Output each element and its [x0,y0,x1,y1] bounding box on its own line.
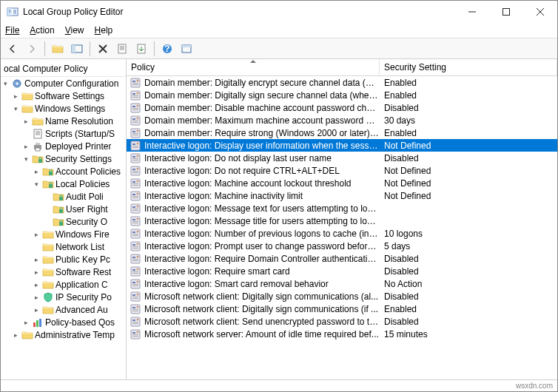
policy-row[interactable]: Interactive logon: Message title for use… [127,214,557,227]
policy-row[interactable]: Domain member: Digitally encrypt secure … [127,76,557,89]
expand-toggle-icon[interactable]: ▾ [11,105,20,112]
column-policy[interactable]: Policy [127,59,380,75]
policy-row[interactable]: Interactive logon: Smart card removal be… [127,277,557,290]
tree-panel: ocal Computer Policy ▾Computer Configura… [1,59,127,379]
tree-item[interactable]: Security O [1,215,126,228]
tree-header[interactable]: ocal Computer Policy [1,61,126,77]
policy-row[interactable]: Domain member: Require strong (Windows 2… [127,126,557,139]
tree-item-label: Scripts (Startup/S [45,129,115,139]
policy-icon [130,102,141,114]
maximize-button[interactable] [489,1,523,23]
up-button[interactable] [49,40,67,58]
policy-row[interactable]: Microsoft network client: Digitally sign… [127,290,557,303]
properties-button[interactable] [113,40,131,58]
expand-toggle-icon[interactable]: ▸ [32,168,41,175]
minimize-button[interactable] [455,1,489,23]
policy-row[interactable]: Microsoft network client: Send unencrypt… [127,315,557,328]
tree-item-label: Software Rest [56,267,111,277]
policy-cell: Interactive logon: Number of previous lo… [127,228,380,240]
setting-cell: Not Defined [380,166,557,176]
tree-item[interactable]: ▸Public Key Pc [1,253,126,266]
tree-item[interactable]: ▸Policy-based Qos [1,316,126,328]
tree-item-label: Deployed Printer [45,141,111,152]
policy-row[interactable]: Interactive logon: Machine inactivity li… [127,189,557,202]
close-button[interactable] [523,1,557,23]
policy-row[interactable]: Domain member: Maximum machine account p… [127,114,557,126]
tree-item[interactable]: ▸Account Policies [1,165,126,178]
help-button[interactable]: ? [158,40,176,58]
policy-row[interactable]: Interactive logon: Number of previous lo… [127,227,557,240]
expand-toggle-icon[interactable]: ▾ [32,180,41,188]
policy-name: Domain member: Digitally sign secure cha… [144,90,380,101]
tree-item[interactable]: ▸Software Settings [1,89,126,102]
policy-row[interactable]: Domain member: Disable machine account p… [127,101,557,114]
policy-row[interactable]: Interactive logon: Require smart cardDis… [127,265,557,277]
policy-row[interactable]: Interactive logon: Display user informat… [127,139,557,152]
policy-icon [130,178,141,189]
policy-row[interactable]: Interactive logon: Do not display last u… [127,152,557,164]
tree-item[interactable]: User Right [1,203,126,215]
column-security-setting[interactable]: Security Setting [380,59,557,75]
expand-toggle-icon[interactable]: ▸ [11,92,20,100]
expand-toggle-icon[interactable]: ▸ [21,118,30,125]
window-buttons [455,1,557,23]
expand-toggle-icon[interactable]: ▸ [32,268,41,276]
expand-toggle-icon[interactable]: ▸ [32,294,41,301]
tree-item[interactable]: Audit Poli [1,190,126,203]
tree-item[interactable]: ▸IP Security Po [1,291,126,303]
menu-file[interactable]: File [5,25,19,36]
expand-toggle-icon[interactable]: ▸ [32,256,41,263]
tree-item[interactable]: ▸Administrative Temp [1,328,126,341]
tree-item[interactable]: ▸Application C [1,278,126,291]
forward-button[interactable] [23,40,41,58]
menu-help[interactable]: Help [95,25,113,36]
tree-item[interactable]: ▾Local Policies [1,178,126,190]
export-button[interactable] [132,40,150,58]
tree-item[interactable]: Network List [1,240,126,253]
tree-item[interactable]: Scripts (Startup/S [1,127,126,140]
menu-view[interactable]: View [65,25,84,36]
folder-icon [42,279,54,291]
policy-row[interactable]: Microsoft network client: Digitally sign… [127,303,557,315]
policy-row[interactable]: Microsoft network server: Amount of idle… [127,328,557,340]
expand-toggle-icon[interactable]: ▸ [21,143,30,150]
policy-row[interactable]: Interactive logon: Machine account locko… [127,177,557,189]
tree-item-label: Security O [66,217,107,227]
tree-item[interactable]: ▸Deployed Printer [1,140,126,152]
tree-item[interactable]: ▸Name Resolution [1,115,126,127]
policy-icon [130,228,141,240]
tree-item[interactable]: ▾Windows Settings [1,102,126,115]
policy-row[interactable]: Interactive logon: Require Domain Contro… [127,252,557,265]
delete-button[interactable] [94,40,112,58]
show-hide-tree-button[interactable] [68,40,86,58]
tree-item[interactable]: ▸Software Rest [1,266,126,278]
menu-action[interactable]: Action [30,25,54,36]
expand-toggle-icon[interactable]: ▸ [21,319,30,326]
expand-toggle-icon[interactable]: ▸ [32,281,41,288]
folder-icon [42,254,54,266]
lockfolder-icon [42,166,54,178]
grid-body: Domain member: Digitally encrypt secure … [127,76,557,379]
tree-item[interactable]: ▾Computer Configuration [1,77,126,89]
policy-name: Microsoft network client: Digitally sign… [144,291,378,302]
expand-toggle-icon[interactable]: ▾ [21,155,30,163]
back-button[interactable] [4,40,21,58]
policy-row[interactable]: Interactive logon: Prompt user to change… [127,240,557,252]
tree-item[interactable]: ▾Security Settings [1,152,126,165]
expand-toggle-icon[interactable]: ▸ [11,331,20,339]
expand-toggle-icon[interactable]: ▸ [32,231,41,238]
policy-row[interactable]: Domain member: Digitally sign secure cha… [127,89,557,101]
policy-row[interactable]: Interactive logon: Do not require CTRL+A… [127,164,557,177]
setting-cell: 10 logons [380,229,557,239]
expand-toggle-icon[interactable]: ▸ [32,306,41,314]
policy-name: Interactive logon: Require Domain Contro… [144,254,380,264]
setting-cell: Disabled [380,153,557,163]
policy-name: Domain member: Require strong (Windows 2… [144,128,380,138]
tree-item[interactable]: ▸Windows Fire [1,228,126,240]
refresh-button[interactable] [178,40,195,58]
policy-cell: Interactive logon: Smart card removal be… [127,278,380,290]
policy-name: Interactive logon: Prompt user to change… [144,241,380,251]
policy-row[interactable]: Interactive logon: Message text for user… [127,202,557,214]
expand-toggle-icon[interactable]: ▾ [1,80,10,87]
tree-item[interactable]: ▸Advanced Au [1,303,126,316]
